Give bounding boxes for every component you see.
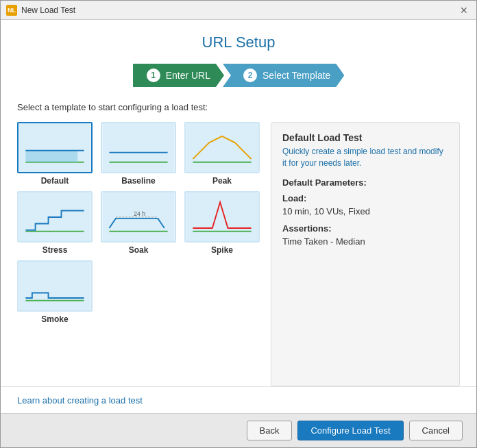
section-label: Select a template to start configuring a… <box>17 102 460 112</box>
template-baseline-label: Baseline <box>121 176 155 186</box>
svg-rect-7 <box>186 123 258 172</box>
main-window: NL New Load Test ✕ URL Setup 1 Enter URL… <box>0 0 477 448</box>
info-panel: Default Load Test Quickly create a simpl… <box>271 122 460 386</box>
template-peak[interactable]: Peak <box>184 122 260 186</box>
info-title: Default Load Test <box>282 132 448 143</box>
template-spike-label: Spike <box>211 245 233 255</box>
template-stress-thumb <box>17 191 93 242</box>
page-title: URL Setup <box>17 34 460 51</box>
template-stress[interactable]: Stress <box>17 191 93 255</box>
template-peak-label: Peak <box>212 176 232 186</box>
template-default[interactable]: Default <box>17 122 93 186</box>
learn-link[interactable]: Learn about creating a load test <box>17 395 143 406</box>
template-smoke[interactable]: Smoke <box>17 260 93 324</box>
info-load-title: Load: <box>282 193 448 203</box>
back-button[interactable]: Back <box>247 421 293 440</box>
template-baseline[interactable]: Baseline <box>101 122 176 186</box>
svg-text:24 h: 24 h <box>134 210 145 217</box>
step-1[interactable]: 1 Enter URL <box>133 64 224 87</box>
template-peak-thumb <box>184 122 260 173</box>
step-1-label: Enter URL <box>166 70 210 81</box>
step-2-number: 2 <box>243 69 257 82</box>
info-assertions-title: Assertions: <box>282 223 448 234</box>
content-area: URL Setup 1 Enter URL 2 Select Template … <box>1 20 476 386</box>
template-spike-thumb <box>184 191 260 242</box>
template-soak-thumb: 24 h <box>101 191 176 242</box>
template-smoke-thumb <box>17 260 93 312</box>
info-load-value: 10 min, 10 VUs, Fixed <box>282 206 448 216</box>
svg-rect-15 <box>186 192 258 241</box>
template-smoke-label: Smoke <box>41 314 68 324</box>
step-2-label: Select Template <box>262 70 330 81</box>
template-default-label: Default <box>41 176 69 186</box>
app-icon: NL <box>6 5 17 16</box>
svg-rect-4 <box>103 123 174 172</box>
template-soak[interactable]: 24 h Soak <box>101 191 176 255</box>
info-params-title: Default Parameters: <box>282 177 448 188</box>
title-bar-left: NL New Load Test <box>6 5 75 16</box>
templates-grid: Default Baseline <box>17 122 260 386</box>
info-assertions-value: Time Taken - Median <box>282 236 448 247</box>
close-button[interactable]: ✕ <box>457 3 471 17</box>
svg-rect-17 <box>19 262 90 310</box>
title-bar: NL New Load Test ✕ <box>1 1 476 20</box>
footer-area: Learn about creating a load test <box>1 386 476 413</box>
main-area: Default Baseline <box>17 122 460 386</box>
configure-button[interactable]: Configure Load Test <box>297 421 403 440</box>
template-spike[interactable]: Spike <box>184 191 260 255</box>
button-row: Back Configure Load Test Cancel <box>1 413 476 447</box>
svg-rect-0 <box>19 123 90 172</box>
step-2[interactable]: 2 Select Template <box>223 64 344 87</box>
svg-rect-2 <box>25 151 77 162</box>
cancel-button[interactable]: Cancel <box>409 421 463 440</box>
template-soak-label: Soak <box>129 245 149 255</box>
step-1-number: 1 <box>147 69 160 82</box>
info-subtitle: Quickly create a simple load test and mo… <box>282 146 448 169</box>
template-baseline-thumb <box>101 122 176 173</box>
wizard-steps: 1 Enter URL 2 Select Template <box>17 64 460 87</box>
template-stress-label: Stress <box>42 245 68 255</box>
template-default-thumb <box>17 122 93 173</box>
window-title: New Load Test <box>21 5 75 15</box>
